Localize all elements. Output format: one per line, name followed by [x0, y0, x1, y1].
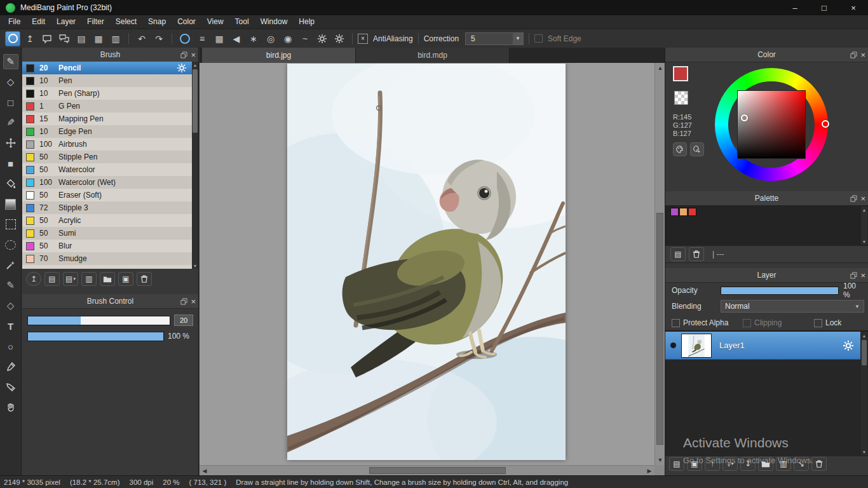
close-panel-icon[interactable]: ×: [191, 51, 196, 59]
brush-library-icon[interactable]: ▦: [91, 31, 106, 46]
scroll-down-icon[interactable]: ▼: [861, 238, 867, 245]
snap-off-icon[interactable]: [177, 31, 193, 46]
grid-snap-icon[interactable]: ▦: [212, 31, 227, 46]
menu-file[interactable]: File: [3, 15, 26, 29]
edit-brush-button[interactable]: ▥: [81, 272, 97, 286]
marquee-select-tool[interactable]: [3, 217, 18, 232]
scrollbar-thumb[interactable]: [862, 340, 867, 365]
clipping-checkbox[interactable]: Clipping: [743, 318, 814, 327]
brush-folder-button[interactable]: [100, 272, 115, 286]
bucket-tool[interactable]: [3, 176, 18, 191]
cross-snap-icon[interactable]: ∗: [246, 31, 261, 46]
layer-visibility-icon[interactable]: [670, 342, 676, 348]
menu-select[interactable]: Select: [110, 15, 142, 29]
brush-list-item[interactable]: 50 Sumi: [22, 227, 198, 240]
scroll-down-icon[interactable]: ▼: [861, 449, 867, 455]
gradient-tool[interactable]: [3, 196, 18, 212]
scrollbar-thumb[interactable]: [193, 69, 198, 133]
palette-add-icon[interactable]: [690, 142, 704, 156]
pen-tool[interactable]: ✎: [3, 54, 18, 69]
brush-list-item[interactable]: 50 Stipple Pen: [22, 151, 198, 163]
color-palette-icon[interactable]: [673, 142, 687, 156]
palette-swatch[interactable]: [679, 208, 688, 216]
correction-dropdown[interactable]: 5 ▼: [465, 32, 524, 45]
delete-brush-button[interactable]: [137, 272, 152, 286]
brush-size-value[interactable]: 20: [174, 315, 193, 326]
layer-item-selected[interactable]: Layer1: [665, 332, 860, 360]
close-panel-icon[interactable]: ×: [860, 51, 865, 59]
popout-panel-icon[interactable]: [850, 272, 857, 279]
transparent-color-swatch[interactable]: [674, 91, 688, 105]
undo-button[interactable]: ↶: [134, 31, 149, 46]
layer-folder-button[interactable]: [758, 457, 773, 471]
scroll-down-icon[interactable]: ▼: [192, 262, 198, 269]
menu-snap[interactable]: Snap: [142, 15, 172, 29]
minimize-button[interactable]: –: [780, 0, 810, 15]
move-tool[interactable]: [3, 135, 18, 151]
brush-list-item[interactable]: 10 Edge Pen: [22, 125, 198, 138]
publish-icon[interactable]: ↥: [22, 31, 37, 46]
notes-icon[interactable]: ▤: [74, 31, 89, 46]
scrollbar-thumb[interactable]: [656, 213, 663, 445]
layer-up-button[interactable]: ↑: [705, 457, 720, 471]
layer-settings-gear-icon[interactable]: [843, 340, 854, 351]
layer-list-scrollbar[interactable]: ▲ ▼: [861, 332, 867, 455]
transfer-layer-button[interactable]: ↘: [794, 457, 809, 471]
scrollbar-thumb[interactable]: [369, 467, 506, 474]
vanishing-point-snap-icon[interactable]: ◀: [229, 31, 244, 46]
fill-rect-tool[interactable]: ■: [3, 156, 18, 171]
palette-swatch[interactable]: [688, 208, 696, 216]
palette-swatch[interactable]: [670, 208, 679, 216]
protect-alpha-checkbox[interactable]: Protect Alpha: [672, 318, 743, 327]
brush-list-item[interactable]: 10 Pen (Sharp): [22, 87, 198, 100]
brush-list-item[interactable]: 72 Stipple 3: [22, 201, 198, 214]
copy-layer-button[interactable]: ▥: [776, 457, 791, 471]
scroll-up-icon[interactable]: ▲: [861, 332, 867, 339]
menu-help[interactable]: Help: [293, 15, 320, 29]
menu-tool[interactable]: Tool: [229, 15, 255, 29]
cloud-brush-button[interactable]: ↥: [26, 272, 41, 286]
lasso-tool[interactable]: [3, 237, 18, 252]
popout-panel-icon[interactable]: [850, 51, 857, 58]
brush-list-item[interactable]: 100 Airbrush: [22, 138, 198, 151]
eyedropper-tool[interactable]: [3, 359, 18, 374]
curve-snap-icon[interactable]: ~: [297, 31, 313, 46]
add-brush-menu-button[interactable]: ▤▾: [63, 272, 78, 286]
add-brush-button[interactable]: ▤: [44, 272, 60, 286]
add-palette-color-button[interactable]: ▤: [670, 247, 686, 261]
menu-edit[interactable]: Edit: [26, 15, 51, 29]
brush-list-item[interactable]: 50 Acrylic: [22, 214, 198, 227]
brush-list-item[interactable]: 10 Pen: [22, 74, 198, 87]
scroll-up-icon[interactable]: ▲: [655, 63, 665, 73]
palette-scrollbar[interactable]: ▲ ▼: [861, 207, 867, 245]
text-tool[interactable]: T: [3, 318, 18, 334]
blending-dropdown[interactable]: Normal ▼: [721, 300, 864, 313]
hue-marker[interactable]: [822, 120, 829, 128]
select-pen-tool[interactable]: ✎: [3, 278, 18, 293]
canvas-vertical-scrollbar[interactable]: ▲ ▼: [654, 63, 665, 465]
eraser-tool[interactable]: ◇: [3, 74, 18, 90]
brush-list-item[interactable]: 15 Mapping Pen: [22, 112, 198, 125]
scroll-up-icon[interactable]: ▲: [192, 62, 198, 68]
rect-tool[interactable]: □: [3, 95, 18, 110]
brush-tool[interactable]: ✎: [3, 115, 18, 130]
tab-bird-mdp[interactable]: bird.mdp: [356, 48, 510, 63]
gear-icon[interactable]: [332, 31, 347, 46]
close-panel-icon[interactable]: ×: [191, 297, 196, 306]
brush-list-item[interactable]: 1 G Pen: [22, 100, 198, 112]
brush-list-scrollbar[interactable]: ▲ ▼: [192, 62, 198, 269]
add-layer-button[interactable]: ▤: [669, 457, 684, 471]
brush-size-slider[interactable]: [27, 316, 170, 325]
layer-opacity-slider[interactable]: [721, 287, 839, 295]
radial-snap-icon[interactable]: ◉: [280, 31, 295, 46]
ellipse-tool[interactable]: ○: [3, 339, 18, 354]
hand-tool[interactable]: [3, 400, 18, 415]
scroll-down-icon[interactable]: ▼: [655, 455, 665, 465]
panel-layout-icon[interactable]: ▥: [108, 31, 123, 46]
canvas-horizontal-scrollbar[interactable]: ◀ ▶: [200, 465, 654, 475]
brush-opacity-slider[interactable]: [27, 332, 164, 341]
layer-down-button[interactable]: ↓▾: [722, 457, 738, 471]
maximize-button[interactable]: □: [810, 0, 839, 15]
canvas-image[interactable]: [287, 64, 566, 460]
menu-layer[interactable]: Layer: [51, 15, 81, 29]
